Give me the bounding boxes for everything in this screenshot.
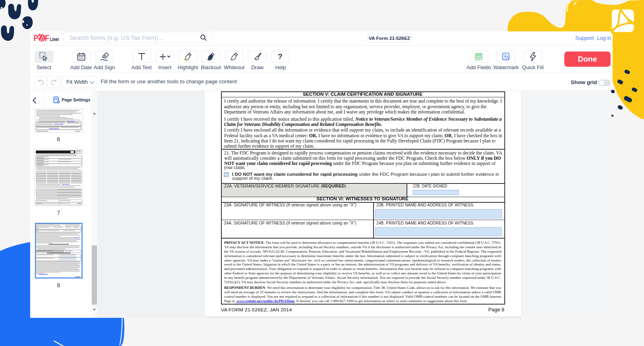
svg-text:F: F — [45, 34, 50, 43]
svg-text:P: P — [34, 34, 38, 43]
svg-text:?: ? — [278, 52, 283, 61]
svg-text:Liner: Liner — [50, 37, 59, 42]
